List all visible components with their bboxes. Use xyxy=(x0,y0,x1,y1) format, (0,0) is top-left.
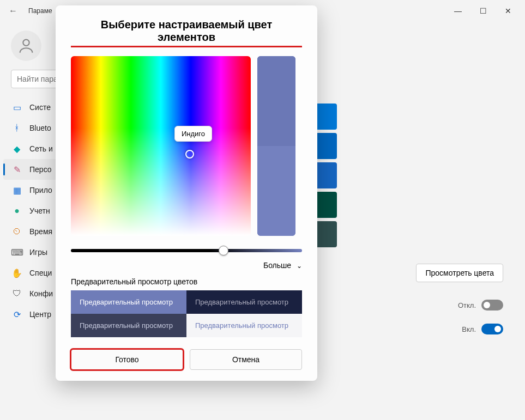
more-label: Больше xyxy=(263,261,291,270)
preview-cell-light: Предварительный просмотр xyxy=(186,314,302,337)
picker-row: Индиго xyxy=(71,56,302,236)
done-button[interactable]: Готово xyxy=(71,349,183,370)
value-slider[interactable] xyxy=(71,249,302,252)
dialog-overlay: Выберите настраиваемый цвет элементов Ин… xyxy=(0,0,525,420)
cancel-button[interactable]: Отмена xyxy=(190,349,302,370)
color-preview-bar[interactable] xyxy=(257,56,295,236)
chevron-down-icon: ⌄ xyxy=(297,262,302,270)
preview-cell-dark: Предварительный просмотр xyxy=(186,290,302,314)
dialog-title: Выберите настраиваемый цвет элементов xyxy=(71,19,302,44)
dialog-buttons: Готово Отмена xyxy=(71,349,302,370)
slider-thumb[interactable] xyxy=(219,246,228,255)
spectrum-cursor[interactable] xyxy=(185,150,194,159)
preview-grid: Предварительный просмотр Предварительный… xyxy=(71,290,302,337)
preview-section-label: Предварительный просмотр цветов xyxy=(71,277,302,286)
preview-cell-dark-muted: Предварительный просмотр xyxy=(71,314,186,337)
color-picker-dialog: Выберите настраиваемый цвет элементов Ин… xyxy=(56,5,317,381)
color-name-tooltip: Индиго xyxy=(174,126,212,142)
color-spectrum[interactable]: Индиго xyxy=(71,56,251,236)
preview-cell-light-selected: Предварительный просмотр xyxy=(71,290,186,314)
more-expander[interactable]: Больше ⌄ xyxy=(71,258,302,277)
title-underline-annotation xyxy=(71,46,302,47)
